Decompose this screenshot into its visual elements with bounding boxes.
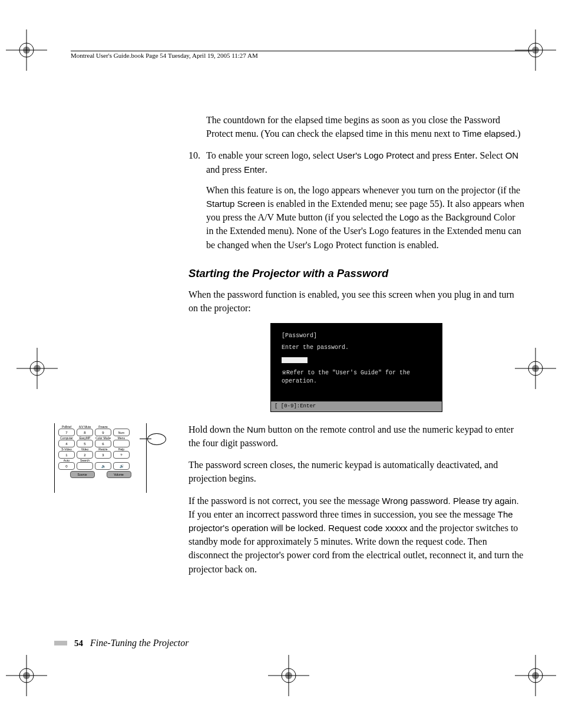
svg-point-17 <box>34 365 41 372</box>
svg-point-12 <box>528 668 543 683</box>
remote-btn-0: 0 <box>58 462 75 470</box>
remote-btn-9: 9 <box>95 429 111 436</box>
paragraph-password-intro: When the password function is enabled, y… <box>189 288 524 315</box>
svg-point-8 <box>19 668 34 683</box>
svg-point-16 <box>30 361 44 375</box>
crop-mark-icon <box>6 29 47 73</box>
footer-bar-icon <box>54 641 67 645</box>
remote-btn-5: 5 <box>77 440 93 447</box>
remote-btn-vol-down: 🔉 <box>95 462 111 470</box>
remote-control-figure: PsBrief7 A/V Mute8 Freeze9 Num Computer4… <box>54 423 159 500</box>
svg-point-0 <box>19 43 34 57</box>
crop-mark-icon <box>515 29 556 73</box>
remote-btn-3: 3 <box>95 451 111 459</box>
crop-mark-icon <box>6 655 47 699</box>
remote-btn-8: 8 <box>77 429 93 436</box>
remote-btn-2: 2 <box>77 451 93 459</box>
remote-btn-1: 1 <box>58 451 75 459</box>
page-number: 54 <box>74 638 83 648</box>
section-heading: Starting the Projector with a Password <box>189 266 524 282</box>
password-screenshot: [Password] Enter the password. ※Refer to… <box>270 323 442 412</box>
remote-btn-help: ? <box>113 451 130 459</box>
screenshot-input-box <box>282 357 308 363</box>
screenshot-title: [Password] <box>282 332 436 341</box>
svg-point-9 <box>23 672 30 679</box>
list-number: 10. <box>189 149 206 176</box>
list-body: To enable your screen logo, select User'… <box>206 149 524 176</box>
remote-btn-num: Num <box>113 429 130 436</box>
remote-btn-7: 7 <box>58 429 75 436</box>
paragraph-logo-feature: When this feature is on, the logo appear… <box>206 183 524 252</box>
remote-btn-menu <box>113 440 130 447</box>
crop-mark-icon <box>515 655 556 699</box>
svg-point-21 <box>285 672 292 679</box>
callout-circle <box>147 433 166 445</box>
svg-point-1 <box>23 47 30 54</box>
svg-point-4 <box>528 43 543 57</box>
paragraph-elapsed-time: The countdown for the elapsed time begin… <box>206 113 524 140</box>
paragraph-wrong-password: If the password is not correct, you see … <box>189 494 524 576</box>
svg-point-13 <box>532 672 539 679</box>
remote-btn-6: 6 <box>95 440 111 447</box>
remote-btn-vol-up: 🔊 <box>113 462 130 470</box>
paragraph-screen-closes: The password screen closes, the numeric … <box>189 458 524 485</box>
svg-point-5 <box>532 47 539 54</box>
screenshot-footer: [ [0-9]:Enter <box>271 401 442 411</box>
remote-label-volume: Volume <box>107 471 131 478</box>
svg-point-25 <box>532 365 539 372</box>
screenshot-hint: ※Refer to the "User's Guide" for the ope… <box>282 369 436 386</box>
remote-btn-search <box>77 462 93 470</box>
page-footer: 54 Fine-Tuning the Projector <box>54 638 189 648</box>
svg-point-24 <box>528 361 543 375</box>
remote-label-source: Source <box>70 471 95 478</box>
paragraph-num-button: Hold down the Num button on the remote c… <box>189 423 524 450</box>
page-header: Montreal User's Guide.book Page 54 Tuesd… <box>71 52 258 59</box>
header-rule <box>71 51 538 51</box>
screenshot-prompt: Enter the password. <box>282 344 436 353</box>
chapter-title: Fine-Tuning the Projector <box>90 638 189 648</box>
crop-mark-icon <box>268 655 309 699</box>
svg-point-20 <box>282 668 296 683</box>
crop-mark-icon <box>16 348 58 391</box>
remote-btn-4: 4 <box>58 440 75 447</box>
list-item-10: 10. To enable your screen logo, select U… <box>189 149 524 176</box>
